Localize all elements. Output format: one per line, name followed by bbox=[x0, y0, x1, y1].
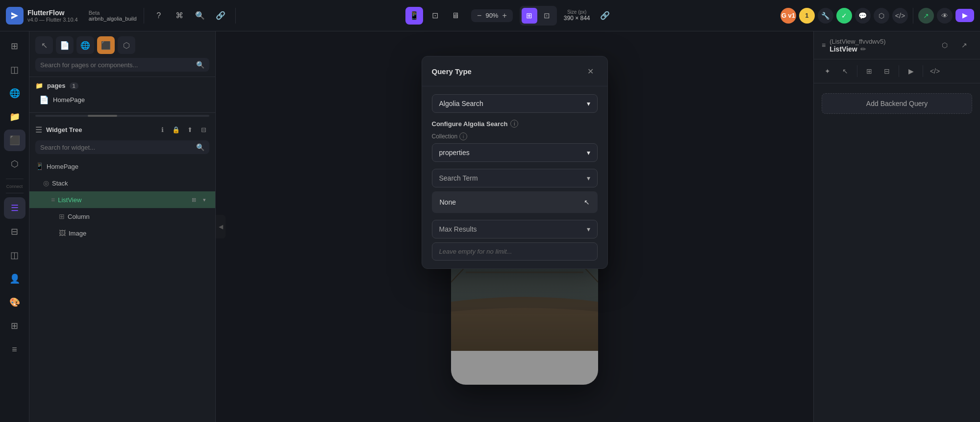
none-box[interactable]: None ↖ bbox=[432, 191, 598, 213]
tools-button[interactable]: 🔧 bbox=[818, 8, 833, 24]
configure-info-icon[interactable]: i bbox=[510, 120, 518, 128]
tree-column-icon: ⊞ bbox=[59, 212, 65, 220]
left-grid-btn[interactable]: ⊟ bbox=[4, 221, 25, 242]
canvas-tool-select[interactable]: ⊡ bbox=[539, 8, 555, 24]
sidebar-toolbar: ↖ 📄 🌐 ⬛ ⬡ bbox=[35, 36, 209, 54]
link-button[interactable]: 🔗 bbox=[213, 8, 228, 24]
widget-search-input[interactable] bbox=[40, 144, 192, 151]
tree-stack-add[interactable]: ⊞ bbox=[189, 178, 199, 188]
zoom-out-button[interactable]: − bbox=[476, 11, 482, 20]
left-folder-btn[interactable]: 📁 bbox=[4, 106, 25, 128]
search-term-dropdown[interactable]: Search Term ▾ bbox=[432, 169, 598, 187]
canvas-tool-add[interactable]: ⊞ bbox=[522, 8, 537, 24]
help-button[interactable]: ? bbox=[151, 8, 167, 24]
widget-tool-btn[interactable]: ⬛ bbox=[97, 36, 115, 54]
code-button[interactable]: </> bbox=[892, 8, 908, 24]
component-tool-btn[interactable]: ⬡ bbox=[118, 36, 135, 54]
left-comp-btn[interactable]: ◫ bbox=[4, 59, 25, 80]
collection-dropdown[interactable]: properties ▾ bbox=[432, 143, 598, 162]
scroll-indicator bbox=[35, 115, 209, 117]
tree-homepage-add[interactable]: ⊞ bbox=[189, 161, 199, 171]
device-tablet-button[interactable]: ⊡ bbox=[426, 7, 444, 25]
avatar-v1[interactable]: G v1 bbox=[780, 8, 796, 24]
canvas-area: ◀ ListView 🔍 Search... bbox=[216, 31, 813, 422]
left-widget-btn[interactable]: ⬛ bbox=[4, 130, 25, 151]
left-list-btn[interactable]: ☰ bbox=[4, 197, 25, 219]
rp-columns-tool-btn[interactable]: ⊟ bbox=[879, 63, 895, 79]
rp-select-tool-btn[interactable]: ↖ bbox=[837, 63, 853, 79]
run-button[interactable]: ▶ bbox=[955, 9, 974, 22]
rp-magic-tool-btn[interactable]: ✦ bbox=[820, 63, 835, 79]
device-desktop-button[interactable]: 🖥 bbox=[447, 7, 464, 25]
device-phone-button[interactable]: 📱 bbox=[405, 7, 423, 25]
left-layers-btn[interactable]: ◫ bbox=[4, 244, 25, 266]
rp-play-tool-btn[interactable]: ▶ bbox=[903, 63, 919, 79]
pages-search-icon: 🔍 bbox=[196, 61, 204, 69]
sidebar: ↖ 📄 🌐 ⬛ ⬡ 🔍 📁 pages 1 📄 HomePage bbox=[29, 31, 216, 422]
modal-close-button[interactable]: ✕ bbox=[584, 64, 598, 78]
left-nav-btn[interactable]: ≡ bbox=[4, 339, 25, 360]
max-results-dropdown[interactable]: Max Results ▾ bbox=[432, 220, 598, 238]
left-globe-btn[interactable]: 🌐 bbox=[4, 82, 25, 104]
divider-2 bbox=[235, 8, 236, 24]
search-button[interactable]: 🔍 bbox=[192, 8, 208, 24]
tree-item-image[interactable]: 🖼 Image ⊞ ▾ bbox=[29, 225, 215, 241]
check-button[interactable]: ✓ bbox=[836, 8, 852, 24]
chat-button[interactable]: 💬 bbox=[855, 8, 871, 24]
size-label: Size (px) bbox=[567, 9, 586, 15]
wt-info-btn[interactable]: ℹ bbox=[156, 124, 168, 135]
tree-image-more[interactable]: ▾ bbox=[200, 228, 209, 238]
divider-3 bbox=[913, 8, 913, 24]
zoom-in-button[interactable]: + bbox=[501, 11, 507, 20]
homepage-item[interactable]: 📄 HomePage bbox=[35, 92, 209, 107]
preview-button[interactable]: 👁 bbox=[937, 8, 953, 24]
rp-settings-icon[interactable]: ⬡ bbox=[937, 37, 953, 53]
avatar-2[interactable]: 1 bbox=[799, 8, 815, 24]
add-backend-query-btn[interactable]: Add Backend Query bbox=[822, 93, 972, 114]
tree-item-stack[interactable]: ◎ Stack ⊞ ▾ bbox=[29, 175, 215, 191]
left-data-btn[interactable]: ⊞ bbox=[4, 315, 25, 337]
wt-format-btn[interactable]: ⊟ bbox=[198, 124, 209, 135]
page-tool-btn[interactable]: 📄 bbox=[56, 36, 74, 54]
left-pages-btn[interactable]: ⊞ bbox=[4, 35, 25, 57]
rp-code-tool-btn[interactable]: </> bbox=[927, 63, 943, 79]
left-paint-btn[interactable]: 🎨 bbox=[4, 291, 25, 313]
tree-column-label: Column bbox=[68, 213, 186, 220]
wt-upload-btn[interactable]: ⬆ bbox=[184, 124, 196, 135]
shortcuts-button[interactable]: ⌘ bbox=[172, 8, 187, 24]
rp-table-tool-btn[interactable]: ⊞ bbox=[861, 63, 877, 79]
rp-edit-icon[interactable]: ✏ bbox=[860, 45, 866, 53]
search-term-arrow: ▾ bbox=[587, 174, 590, 182]
logo-area: FlutterFlow v4.0 — Flutter 3.10.4 bbox=[6, 7, 78, 25]
wt-lock-btn[interactable]: 🔒 bbox=[170, 124, 182, 135]
project-name: airbnb_algolia_build bbox=[89, 16, 137, 22]
tree-item-column[interactable]: ⊞ Column ⊞ ▾ bbox=[29, 208, 215, 225]
collection-arrow: ▾ bbox=[587, 149, 590, 157]
tree-item-listview[interactable]: ≡ ListView ⊞ ▾ bbox=[29, 191, 215, 208]
tree-homepage-more[interactable]: ▾ bbox=[200, 161, 209, 171]
cursor-tool-btn[interactable]: ↖ bbox=[35, 36, 53, 54]
connect-button[interactable]: ⬡ bbox=[874, 8, 889, 24]
query-type-dropdown[interactable]: Algolia Search ▾ bbox=[432, 94, 598, 113]
left-globe2-btn[interactable]: ⬡ bbox=[4, 153, 25, 175]
pages-search-box[interactable]: 🔍 bbox=[35, 58, 209, 72]
collection-info-icon[interactable]: i bbox=[459, 132, 467, 140]
tree-column-add[interactable]: ⊞ bbox=[189, 211, 199, 221]
external-button[interactable]: ↗ bbox=[918, 8, 934, 24]
globe-tool-btn[interactable]: 🌐 bbox=[76, 36, 94, 54]
tree-listview-more[interactable]: ▾ bbox=[200, 195, 209, 205]
size-link-button[interactable]: 🔗 bbox=[597, 8, 613, 24]
left-user-btn[interactable]: 👤 bbox=[4, 268, 25, 290]
tree-item-homepage[interactable]: 📱 HomePage ⊞ ▾ bbox=[29, 158, 215, 175]
tree-image-label: Image bbox=[69, 230, 186, 237]
tree-listview-add[interactable]: ⊞ bbox=[189, 195, 199, 205]
tree-stack-more[interactable]: ▾ bbox=[200, 178, 209, 188]
widget-search-box[interactable]: 🔍 bbox=[35, 140, 209, 154]
left-divider-1 bbox=[6, 179, 24, 179]
app-version: v4.0 — Flutter 3.10.4 bbox=[27, 17, 78, 23]
tree-column-more[interactable]: ▾ bbox=[200, 211, 209, 221]
rp-title-group: (ListView_ffvvdwv5) ListView ✏ bbox=[829, 38, 933, 53]
rp-external-icon[interactable]: ↗ bbox=[956, 37, 972, 53]
pages-search-input[interactable] bbox=[40, 61, 192, 69]
tree-image-add[interactable]: ⊞ bbox=[189, 228, 199, 238]
